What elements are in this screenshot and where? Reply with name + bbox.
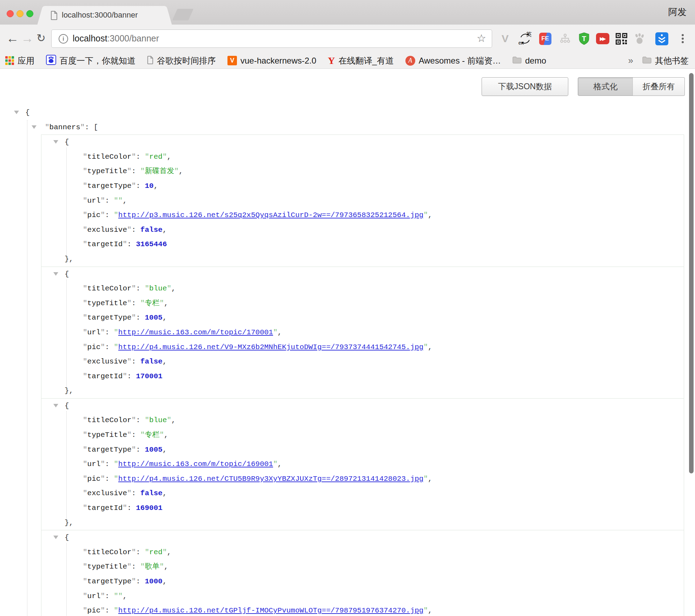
video-speed-icon[interactable]: ▶▶	[596, 32, 609, 45]
collapse-toggle-icon[interactable]	[14, 111, 19, 114]
bookmark-apps[interactable]: 应用	[5, 55, 34, 66]
window-minimize-button[interactable]	[16, 10, 24, 17]
tab-close-icon[interactable]: ×	[159, 10, 164, 19]
format-button[interactable]: 格式化	[578, 77, 633, 96]
bookmark-baidu[interactable]: 百度一下，你就知道	[46, 55, 135, 66]
tampermonkey-shield-icon[interactable]: T	[577, 32, 591, 45]
json-key: targetType	[87, 182, 132, 190]
bookmark-awesomes[interactable]: A Awesomes - 前端资…	[405, 55, 501, 66]
collapse-toggle-icon[interactable]	[53, 272, 58, 276]
json-property-url: "url": "",	[41, 589, 684, 604]
key-quote: "	[100, 211, 105, 219]
toolbar: ← → ↻ i localhost:3000/banner ☆ V 英 en F…	[0, 25, 695, 53]
key-quote: "	[100, 460, 105, 468]
bookmarks-overflow-chevron[interactable]: »	[628, 55, 633, 66]
json-key: url	[87, 592, 101, 600]
other-bookmarks-folder[interactable]: 其他书签	[642, 55, 689, 66]
collapse-all-button[interactable]: 折叠所有	[633, 77, 685, 96]
string-quote: "	[140, 563, 145, 571]
window-maximize-button[interactable]	[26, 10, 33, 17]
json-string-value: 新碟首发	[145, 167, 174, 175]
json-key: pic	[87, 475, 101, 483]
bookmark-star-icon[interactable]: ☆	[477, 32, 486, 44]
bookmark-youdao[interactable]: Y 在线翻译_有道	[328, 55, 394, 66]
json-link-value[interactable]: http://p4.music.126.net/tGPljf-IMOCyPvum…	[118, 607, 424, 615]
downloader-icon[interactable]	[655, 32, 668, 45]
json-link-value[interactable]: http://p4.music.126.net/CTU5B9R9y3XyYBZX…	[118, 475, 424, 483]
json-key: pic	[87, 211, 101, 219]
window-close-button[interactable]	[7, 10, 14, 17]
key-quote: "	[127, 167, 132, 175]
url-text[interactable]: localhost:3000/banner	[73, 33, 159, 44]
key-quote: "	[123, 240, 127, 248]
bookmark-demo-folder[interactable]: demo	[512, 56, 546, 66]
json-link-value[interactable]: http://music.163.com/m/topic/169001	[118, 460, 273, 468]
back-icon[interactable]: ←	[6, 31, 19, 46]
json-property-targetId: "targetId": 3165446	[41, 237, 684, 252]
translate-icon[interactable]: 英 en	[518, 32, 532, 45]
json-property-pic: "pic": "http://p4.music.126.net/CTU5B9R9…	[41, 472, 684, 486]
reload-icon[interactable]: ↻	[37, 31, 46, 46]
colon-token: :	[136, 314, 145, 322]
new-tab-button[interactable]	[172, 9, 194, 20]
json-link-value[interactable]: http://p4.music.126.net/V9-MXz6b2MNhEKju…	[118, 343, 424, 351]
json-key: targetType	[87, 446, 132, 454]
bookmark-google-sort[interactable]: 谷歌按时间排序	[147, 55, 216, 66]
key-quote: "	[83, 431, 87, 439]
json-number-value: 1005	[145, 446, 162, 454]
json-number-value: 169001	[136, 504, 163, 512]
vue-devtools-icon[interactable]: V	[498, 32, 512, 45]
colon-token: :	[105, 460, 114, 468]
key-quote: "	[80, 123, 85, 131]
page-info-icon[interactable]: i	[59, 34, 68, 44]
forward-icon: →	[21, 31, 34, 46]
string-quote: "	[114, 460, 118, 468]
tab-title: localhost:3000/banner	[62, 11, 138, 20]
json-key: titleColor	[87, 416, 132, 424]
key-quote: "	[83, 240, 87, 248]
scrollbar-thumb[interactable]	[689, 73, 694, 473]
profile-name[interactable]: 阿发	[668, 6, 687, 18]
address-bar[interactable]: i localhost:3000/banner ☆	[51, 30, 492, 48]
collapse-toggle-icon[interactable]	[53, 404, 58, 407]
comma-token: ,	[278, 328, 282, 336]
json-viewer: { "banners": [ {"titleColor": "red","typ…	[0, 105, 695, 616]
json-key: titleColor	[87, 548, 132, 556]
collapse-toggle-icon[interactable]	[32, 125, 37, 129]
key-quote: "	[132, 446, 136, 454]
string-quote: "	[273, 460, 278, 468]
json-number-value: 1000	[145, 577, 162, 585]
collapse-toggle-icon[interactable]	[53, 140, 58, 144]
bookmark-vue-hackernews[interactable]: V vue-hackernews-2.0	[227, 56, 316, 66]
json-link-value[interactable]: http://music.163.com/m/topic/170001	[118, 328, 273, 336]
vue-v-icon: V	[227, 56, 237, 65]
browser-tab[interactable]: localhost:3000/banner ×	[46, 6, 164, 25]
comma-token: ,	[428, 475, 432, 483]
string-quote: "	[174, 167, 179, 175]
comma-token: ,	[163, 226, 167, 234]
key-quote: "	[83, 211, 87, 219]
collapse-toggle-icon[interactable]	[53, 536, 58, 539]
json-property-targetType: "targetType": 1005,	[41, 443, 684, 457]
json-link-value[interactable]: http://p3.music.126.net/s25q2x5QyqsAzilC…	[118, 211, 424, 219]
colon-token: :	[136, 446, 145, 454]
fe-extension-icon[interactable]: FE	[538, 32, 552, 45]
key-quote: "	[132, 182, 136, 190]
brace-token: {	[65, 138, 69, 146]
json-key: targetId	[87, 240, 123, 248]
key-quote: "	[127, 226, 132, 234]
key-quote: "	[83, 343, 87, 351]
key-quote: "	[83, 460, 87, 468]
key-quote: "	[83, 182, 87, 190]
string-quote: "	[163, 153, 167, 161]
brace-token: },	[65, 387, 73, 395]
download-json-button[interactable]: 下载JSON数据	[482, 77, 568, 96]
colon-token: :	[105, 197, 114, 205]
paw-icon[interactable]	[633, 32, 646, 45]
colon-token: :	[105, 607, 114, 615]
chrome-menu-icon[interactable]	[676, 32, 689, 45]
json-property-targetType: "targetType": 1005,	[41, 310, 684, 325]
qrcode-icon[interactable]	[615, 32, 628, 45]
sitemap-icon[interactable]	[558, 32, 572, 45]
json-boolean-value: false	[140, 489, 163, 497]
